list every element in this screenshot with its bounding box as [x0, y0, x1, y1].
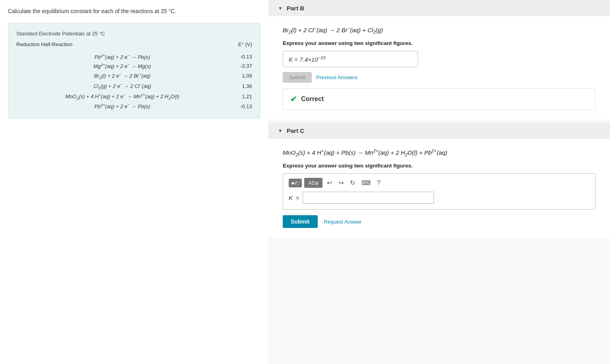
part-b-header[interactable]: ▼ Part B [268, 0, 610, 16]
part-b-instruction: Express your answer using two significan… [283, 40, 596, 46]
greek-symbols-button[interactable]: ΑΣφ [304, 178, 322, 188]
help-button[interactable]: ? [375, 178, 383, 188]
right-panel: ▼ Part B Br2(l) + 2 Cl−(aq) → 2 Br−(aq) … [268, 0, 610, 364]
table-row: Br2(l) + 2 e− → 2 Br−(aq) 1.09 [16, 71, 252, 81]
correct-label: Correct [301, 95, 324, 103]
part-c-header[interactable]: ▼ Part C [268, 123, 610, 139]
part-b-equation: Br2(l) + 2 Cl−(aq) → 2 Br−(aq) + Cl2(g) [283, 26, 596, 35]
potential-1: -0.13 [228, 54, 252, 60]
part-c-request-answer-link[interactable]: Request Answer [324, 219, 362, 225]
table-row: Cl2(g) + 2 e− → 2 Cl−(aq) 1.36 [16, 81, 252, 91]
reference-table: Standard Electrode Potentials at 25 °C R… [8, 23, 260, 119]
table-header: Reduction Half-Reaction E° (V) [16, 41, 252, 49]
k-equals: = [296, 195, 299, 201]
redo-button[interactable]: ↪ [336, 178, 346, 188]
math-input-container: ■√□ ΑΣφ ↩ ↪ ↻ ⌨ ? K = [283, 173, 596, 210]
part-c-instruction: Express your answer using two significan… [283, 163, 596, 169]
correct-box: ✔ Correct [283, 88, 596, 110]
part-b-label: Part B [287, 5, 304, 12]
keyboard-button[interactable]: ⌨ [360, 178, 373, 188]
col-potential-header: E° (V) [238, 41, 252, 47]
part-c-section: ▼ Part C MnO2(s) + 4 H+(aq) + Pb(s) → Mn… [268, 123, 610, 237]
table-row: MnO2(s) + 4 H+(aq) + 2 e− → Mn2+(aq) + 2… [16, 91, 252, 102]
potential-2: -2.37 [228, 63, 252, 69]
main-title: Calculate the equilibrium constant for e… [8, 8, 260, 14]
table-row: Pb2+(aq) + 2 e− → Pb(s) -0.13 [16, 101, 252, 111]
part-c-chevron-icon: ▼ [278, 128, 283, 134]
part-c-content: MnO2(s) + 4 H+(aq) + Pb(s) → Mn2+(aq) + … [268, 139, 610, 237]
part-c-equation: MnO2(s) + 4 H+(aq) + Pb(s) → Mn2+(aq) + … [283, 148, 596, 157]
part-c-submit-button[interactable]: Submit [283, 215, 317, 228]
reaction-2: Mg2+(aq) + 2 e− → Mg(s) [16, 62, 228, 69]
part-b-button-row: Submit Previous Answers [283, 72, 596, 83]
potential-4: 1.36 [228, 83, 252, 89]
potential-3: 1.09 [228, 73, 252, 79]
part-b-previous-answers-link[interactable]: Previous Answers [317, 74, 358, 80]
refresh-button[interactable]: ↻ [348, 178, 357, 188]
left-panel: Calculate the equilibrium constant for e… [0, 0, 268, 364]
k-label: K [289, 195, 293, 201]
table-row: Pb2+(aq) + 2 e− → Pb(s) -0.13 [16, 52, 252, 61]
table-row: Mg2+(aq) + 2 e− → Mg(s) -2.37 [16, 61, 252, 70]
col-reaction-header: Reduction Half-Reaction [16, 41, 72, 47]
part-c-label: Part C [287, 127, 304, 134]
reaction-4: Cl2(g) + 2 e− → 2 Cl−(aq) [16, 82, 228, 90]
table-title: Standard Electrode Potentials at 25 °C [16, 31, 252, 37]
potential-6: -0.13 [228, 103, 252, 109]
reaction-6: Pb2+(aq) + 2 e− → Pb(s) [16, 103, 228, 109]
undo-button[interactable]: ↩ [325, 178, 334, 188]
k-input-row: K = [289, 192, 590, 204]
potential-5: 1.21 [228, 93, 252, 99]
part-b-submit-button[interactable]: Submit [283, 72, 311, 83]
reaction-1: Pb2+(aq) + 2 e− → Pb(s) [16, 53, 228, 60]
fraction-template-button[interactable]: ■√□ [289, 179, 302, 187]
checkmark-icon: ✔ [290, 94, 297, 104]
math-toolbar: ■√□ ΑΣφ ↩ ↪ ↻ ⌨ ? [289, 178, 590, 188]
part-c-button-row: Submit Request Answer [283, 215, 596, 228]
k-answer-input[interactable] [303, 192, 434, 204]
part-b-content: Br2(l) + 2 Cl−(aq) → 2 Br−(aq) + Cl2(g) … [268, 16, 610, 119]
reaction-3: Br2(l) + 2 e− → 2 Br−(aq) [16, 72, 228, 80]
part-b-answer-box: K = 7.4×10−10 [283, 51, 418, 67]
part-b-section: ▼ Part B Br2(l) + 2 Cl−(aq) → 2 Br−(aq) … [268, 0, 610, 119]
part-b-chevron-icon: ▼ [278, 6, 283, 11]
reaction-5: MnO2(s) + 4 H+(aq) + 2 e− → Mn2+(aq) + 2… [16, 93, 228, 101]
